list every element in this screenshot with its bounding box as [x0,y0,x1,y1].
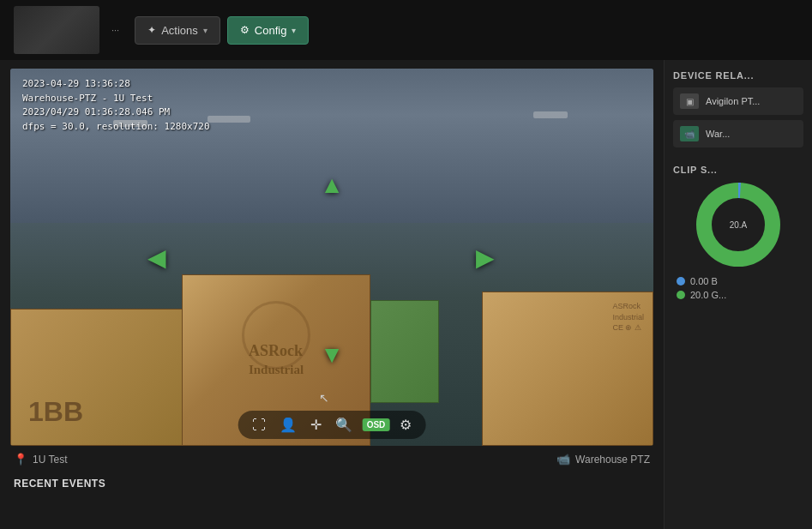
device2-name: War... [706,129,730,139]
device1-icon: ▣ [680,93,699,109]
legend1-value: 0.00 B [690,276,718,286]
config-label: Config [255,24,287,37]
camera-name-label: Warehouse PTZ [575,454,650,466]
box-right: ASRockIndustrialCE ⊕ ⚠ [482,292,653,446]
box-logo-circle [242,301,310,370]
box-right-text: ASRockIndustrialCE ⊕ ⚠ [612,301,644,334]
camera-title-stub: ··· [108,25,119,35]
main-content: 1BB ASRockIndustrial ASRockIndustrialCE … [0,60,812,529]
light3 [533,111,568,118]
legend-dot-blue [677,277,685,286]
osd-line3: 2023/04/29 01:36:28.046 PM [22,105,210,120]
device1-name: Avigilon PT... [706,96,760,106]
recent-events-label: RECENT EVENTS [10,472,653,490]
camera-thumbnail [14,6,99,54]
legend-item-1: 0.00 B [677,276,800,286]
actions-button[interactable]: ✦ Actions ▾ [135,16,220,45]
top-bar: ··· ✦ Actions ▾ ⚙ Config ▾ [0,0,812,60]
device-item-2[interactable]: 📹 War... [673,120,803,147]
ptz-down-button[interactable]: ▼ [320,341,344,369]
donut-center-value: 20.A [730,220,748,230]
storage-legend: 0.00 B 20.0 G... [673,276,803,300]
footer-right: 📹 Warehouse PTZ [556,453,650,466]
osd-overlay: 2023-04-29 13:36:28 Warehouse-PTZ - 1U T… [22,77,210,134]
actions-label: Actions [161,24,198,37]
top-controls: ✦ Actions ▾ ⚙ Config ▾ [135,16,309,45]
device-relations-title: DEVICE RELA... [673,70,803,81]
clip-storage-title: Clip S... [673,165,803,175]
legend2-value: 20.0 G... [690,290,726,300]
osd-line4: dfps = 30.0, resolution: 1280x720 [22,120,210,135]
box-green [370,300,439,403]
person-detect-icon[interactable]: 👤 [276,415,300,435]
settings-icon[interactable]: ⚙ [396,415,415,435]
zoom-icon[interactable]: 🔍 [332,415,356,435]
ptz-up-button[interactable]: ▲ [320,171,344,199]
legend-item-2: 20.0 G... [677,290,800,300]
box-left: 1BB [10,309,199,446]
cursor-indicator: ↖ [319,391,328,405]
footer-left: 📍 1U Test [14,453,67,466]
actions-icon: ✦ [147,24,156,36]
video-footer: 📍 1U Test 📹 Warehouse PTZ [10,446,653,472]
legend-dot-green [677,291,685,299]
clip-storage-donut: 20.A [695,182,781,268]
device2-icon: 📹 [680,126,699,141]
fullscreen-icon[interactable]: ⛶ [249,416,269,435]
config-button[interactable]: ⚙ Config ▾ [227,16,310,45]
location-label: 1U Test [33,454,67,466]
config-icon: ⚙ [240,24,250,36]
location-pin-icon: 📍 [14,453,27,466]
osd-badge[interactable]: OSD [363,418,390,431]
camera-footer-icon: 📹 [556,453,570,466]
video-background: 1BB ASRockIndustrial ASRockIndustrialCE … [10,69,653,446]
config-chevron-icon: ▾ [292,26,296,35]
ptz-left-button[interactable]: ◀ [147,243,166,272]
device-relations-section: DEVICE RELA... ▣ Avigilon PT... 📹 War... [673,70,803,153]
video-toolbar: ⛶ 👤 ✛ 🔍 OSD ⚙ [238,411,426,439]
box-label-1bb: 1BB [28,396,83,428]
actions-chevron-icon: ▾ [203,26,208,35]
light2 [208,116,250,123]
clip-storage-section: Clip S... 20.A 0.00 B [673,165,803,300]
ptz-right-button[interactable]: ▶ [476,243,495,272]
right-panel: DEVICE RELA... ▣ Avigilon PT... 📹 War...… [664,60,812,529]
video-container[interactable]: 1BB ASRockIndustrial ASRockIndustrialCE … [10,69,653,446]
osd-line1: 2023-04-29 13:36:28 [22,77,210,92]
crosshair-icon[interactable]: ✛ [307,415,325,435]
left-panel: 1BB ASRockIndustrial ASRockIndustrialCE … [0,60,664,529]
device-item-1[interactable]: ▣ Avigilon PT... [673,87,803,115]
osd-line2: Warehouse-PTZ - 1U Test [22,92,210,106]
